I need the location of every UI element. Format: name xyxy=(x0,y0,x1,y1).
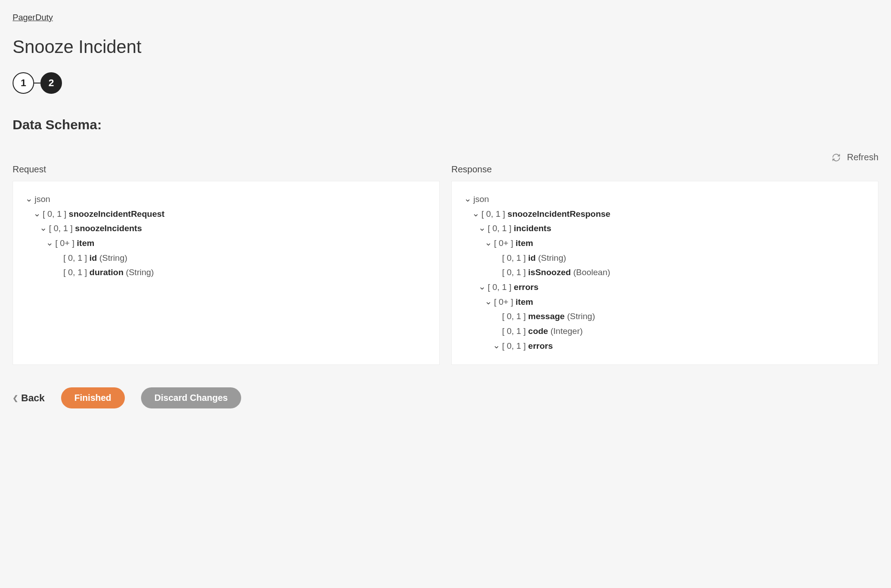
chevron-down-icon[interactable] xyxy=(473,210,480,220)
cardinality: [ 0, 1 ] xyxy=(63,268,89,277)
field-name: id xyxy=(528,253,536,263)
cardinality: [ 0, 1 ] xyxy=(502,326,528,336)
cardinality: [ 0, 1 ] xyxy=(488,282,514,292)
tree-node[interactable]: [ 0, 1 ] snoozeIncidentRequest xyxy=(26,207,426,222)
request-column: Request json[ 0, 1 ] snoozeIncidentReque… xyxy=(13,164,440,365)
field-name: duration xyxy=(89,268,124,277)
step-1[interactable]: 1 xyxy=(13,72,34,94)
tree-node[interactable]: [ 0, 1 ] snoozeIncidentResponse xyxy=(465,207,865,222)
field-name: message xyxy=(528,312,565,321)
field-type: (String) xyxy=(565,312,595,321)
tree-node: [ 0, 1 ] duration (String) xyxy=(26,265,426,280)
request-panel: json[ 0, 1 ] snoozeIncidentRequest[ 0, 1… xyxy=(13,181,440,365)
field-name: json xyxy=(473,194,489,204)
tree-node[interactable]: [ 0, 1 ] errors xyxy=(465,280,865,295)
chevron-down-icon[interactable] xyxy=(41,224,47,234)
field-name: errors xyxy=(528,341,553,351)
step-2[interactable]: 2 xyxy=(40,72,62,94)
chevron-down-icon[interactable] xyxy=(47,239,53,249)
chevron-down-icon[interactable] xyxy=(465,195,472,205)
tree-node[interactable]: [ 0, 1 ] snoozeIncidents xyxy=(26,221,426,236)
field-name: snoozeIncidents xyxy=(75,224,142,233)
chevron-down-icon[interactable] xyxy=(26,195,33,205)
breadcrumb-link[interactable]: PagerDuty xyxy=(13,13,53,22)
response-title: Response xyxy=(451,164,878,175)
request-title: Request xyxy=(13,164,440,175)
cardinality: [ 0, 1 ] xyxy=(63,253,89,263)
tree-node[interactable]: json xyxy=(465,192,865,207)
refresh-label[interactable]: Refresh xyxy=(847,152,878,162)
field-type: (String) xyxy=(536,253,566,263)
field-type: (Boolean) xyxy=(571,268,610,277)
back-label: Back xyxy=(21,392,45,404)
cardinality: [ 0+ ] xyxy=(494,297,516,307)
stepper: 1 2 xyxy=(13,72,878,94)
cardinality: [ 0, 1 ] xyxy=(488,224,514,233)
cardinality: [ 0, 1 ] xyxy=(502,253,528,263)
step-connector xyxy=(34,83,40,83)
field-name: json xyxy=(35,194,50,204)
field-name: incidents xyxy=(514,224,551,233)
cardinality: [ 0, 1 ] xyxy=(49,224,75,233)
field-name: id xyxy=(89,253,97,263)
tree-node: [ 0, 1 ] id (String) xyxy=(26,251,426,266)
refresh-icon[interactable] xyxy=(832,153,841,162)
cardinality: [ 0, 1 ] xyxy=(502,268,528,277)
chevron-down-icon[interactable] xyxy=(486,239,492,249)
request-tree: json[ 0, 1 ] snoozeIncidentRequest[ 0, 1… xyxy=(26,192,426,280)
cardinality: [ 0, 1 ] xyxy=(481,209,507,219)
cardinality: [ 0, 1 ] xyxy=(43,209,69,219)
field-name: snoozeIncidentResponse xyxy=(507,209,610,219)
tree-node[interactable]: [ 0, 1 ] errors xyxy=(465,339,865,354)
field-name: code xyxy=(528,326,548,336)
cardinality: [ 0, 1 ] xyxy=(502,312,528,321)
field-name: item xyxy=(516,238,533,248)
footer: ❮ Back Finished Discard Changes xyxy=(13,387,878,408)
tree-node[interactable]: [ 0, 1 ] incidents xyxy=(465,221,865,236)
chevron-down-icon[interactable] xyxy=(480,283,486,293)
finished-button[interactable]: Finished xyxy=(61,387,125,408)
field-type: (String) xyxy=(124,268,154,277)
tree-node[interactable]: [ 0+ ] item xyxy=(465,295,865,310)
response-panel: json[ 0, 1 ] snoozeIncidentResponse[ 0, … xyxy=(451,181,878,365)
field-type: (String) xyxy=(97,253,128,263)
tree-node: [ 0, 1 ] message (String) xyxy=(465,309,865,324)
chevron-down-icon[interactable] xyxy=(480,224,486,234)
chevron-left-icon: ❮ xyxy=(13,394,18,402)
tree-node[interactable]: json xyxy=(26,192,426,207)
cardinality: [ 0+ ] xyxy=(494,238,516,248)
field-name: item xyxy=(516,297,533,307)
page-title: Snooze Incident xyxy=(13,37,878,57)
response-column: Response json[ 0, 1 ] snoozeIncidentResp… xyxy=(451,164,878,365)
field-name: errors xyxy=(514,282,538,292)
section-title: Data Schema: xyxy=(13,117,878,132)
tree-node: [ 0, 1 ] id (String) xyxy=(465,251,865,266)
field-name: isSnoozed xyxy=(528,268,571,277)
field-name: item xyxy=(77,238,94,248)
tree-node: [ 0, 1 ] isSnoozed (Boolean) xyxy=(465,265,865,280)
tree-node: [ 0, 1 ] code (Integer) xyxy=(465,324,865,339)
tree-node[interactable]: [ 0+ ] item xyxy=(465,236,865,251)
field-name: snoozeIncidentRequest xyxy=(69,209,164,219)
field-type: (Integer) xyxy=(548,326,582,336)
response-tree: json[ 0, 1 ] snoozeIncidentResponse[ 0, … xyxy=(465,192,865,353)
chevron-down-icon[interactable] xyxy=(486,298,492,308)
cardinality: [ 0+ ] xyxy=(55,238,77,248)
chevron-down-icon[interactable] xyxy=(494,342,500,352)
chevron-down-icon[interactable] xyxy=(35,210,41,220)
cardinality: [ 0, 1 ] xyxy=(502,341,528,351)
tree-node[interactable]: [ 0+ ] item xyxy=(26,236,426,251)
discard-button[interactable]: Discard Changes xyxy=(141,387,241,408)
back-button[interactable]: ❮ Back xyxy=(13,392,45,404)
